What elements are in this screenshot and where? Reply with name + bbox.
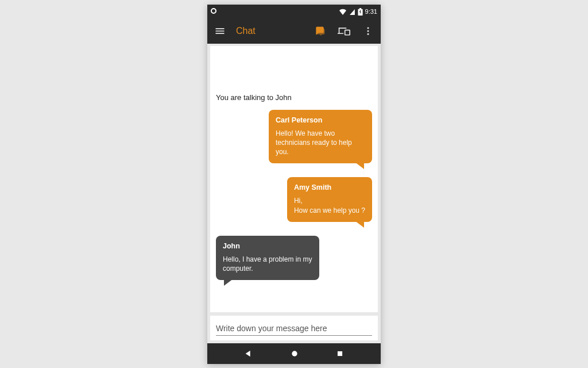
- composer: [210, 316, 378, 340]
- message-author: John: [223, 241, 312, 251]
- svg-point-1: [368, 30, 369, 32]
- wifi-icon: [339, 9, 347, 15]
- message-row: Amy Smith Hi, How can we help you ?: [216, 177, 372, 221]
- svg-point-0: [368, 27, 369, 29]
- message-bubble: John Hello, I have a problem in my compu…: [216, 236, 319, 280]
- cellular-icon: [349, 9, 355, 15]
- talking-to-label: You are talking to John: [216, 93, 372, 102]
- message-input[interactable]: [216, 321, 372, 336]
- chat-icon[interactable]: [312, 23, 328, 39]
- back-icon[interactable]: [244, 349, 253, 358]
- status-time: 9:31: [365, 8, 377, 15]
- status-bar: 9:31: [207, 5, 381, 18]
- chat-area: You are talking to John Carl Peterson He…: [210, 46, 378, 312]
- message-text: Hi, How can we help you ?: [294, 196, 365, 214]
- message-text: Hello, I have a problem in my computer.: [223, 255, 312, 273]
- battery-icon: [358, 8, 363, 16]
- phone-frame: 9:31 Chat You are talking to John Carl P…: [207, 5, 381, 364]
- message-author: Amy Smith: [294, 183, 365, 193]
- status-left: [211, 8, 216, 15]
- message-row: John Hello, I have a problem in my compu…: [216, 236, 372, 280]
- screen-body: You are talking to John Carl Peterson He…: [207, 44, 381, 343]
- menu-icon[interactable]: [212, 23, 228, 39]
- app-title: Chat: [236, 26, 256, 36]
- message-list: Carl Peterson Hello! We have two technic…: [216, 110, 372, 280]
- message-text: Hello! We have two technicians ready to …: [276, 129, 365, 157]
- app-bar: Chat: [207, 18, 381, 44]
- message-author: Carl Peterson: [276, 116, 365, 125]
- svg-point-3: [292, 351, 297, 356]
- svg-point-2: [368, 33, 369, 35]
- system-nav-bar: [207, 343, 381, 364]
- message-bubble: Amy Smith Hi, How can we help you ?: [287, 177, 372, 221]
- message-row: Carl Peterson Hello! We have two technic…: [216, 110, 372, 163]
- recent-icon[interactable]: [336, 350, 344, 358]
- circle-icon: [211, 8, 216, 14]
- status-right: 9:31: [339, 8, 377, 16]
- message-bubble: Carl Peterson Hello! We have two technic…: [269, 110, 372, 163]
- devices-icon[interactable]: [336, 23, 352, 39]
- svg-rect-4: [338, 351, 342, 356]
- more-icon[interactable]: [360, 23, 376, 39]
- home-icon[interactable]: [290, 349, 299, 358]
